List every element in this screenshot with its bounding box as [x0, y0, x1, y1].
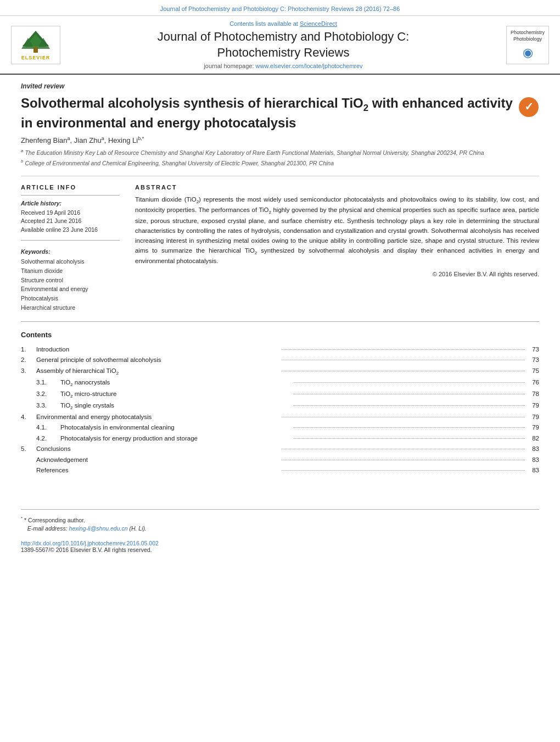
toc-item-1: 1. Introduction 73	[21, 344, 539, 355]
toc-item-ack: Acknowledgement 83	[21, 455, 539, 466]
keyword-1: Solvothermal alcoholysis	[21, 257, 120, 266]
toc-item-3-1: 3.1. TiO2 nanocrystals 76	[21, 377, 539, 389]
contents-title: Contents	[21, 331, 539, 339]
email-note: E-mail address: hexing-li@shnu.edu.cn (H…	[21, 525, 539, 533]
abstract-text: Titanium dioxide (TiO2) represents the m…	[135, 195, 539, 266]
toc-item-2: 2. General principle of solvothermal alc…	[21, 355, 539, 366]
toc-item-4: 4. Environmental and energy photocatalys…	[21, 412, 539, 423]
toc-item-4-1: 4.1. Photocatalysis in environmental cle…	[21, 422, 539, 433]
header-row: ELSEVIER Contents lists available at Sci…	[0, 16, 560, 75]
keywords-section: Keywords: Solvothermal alcoholysis Titan…	[21, 248, 120, 313]
email-link[interactable]: hexing-li@shnu.edu.cn	[69, 525, 128, 532]
elsevier-label: ELSEVIER	[21, 55, 51, 60]
toc-item-3-3: 3.3. TiO2 single crystals 79	[21, 400, 539, 412]
crossmark-icon: ✓	[518, 97, 539, 118]
available-date: Available online 23 June 2016	[21, 226, 120, 235]
toc-item-5: 5. Conclusions 83	[21, 444, 539, 455]
keyword-2: Titanium dioxide	[21, 266, 120, 276]
contents-section: Contents 1. Introduction 73 2. General p…	[21, 331, 539, 476]
paper-title-row: Solvothermal alcoholysis synthesis of hi…	[21, 94, 539, 131]
journal-thumb-icon: ◉	[523, 45, 533, 61]
issn-line: 1389-5567/© 2016 Elsevier B.V. All right…	[21, 546, 539, 553]
paper-title: Solvothermal alcoholysis synthesis of hi…	[21, 94, 513, 131]
two-col-section: ARTICLE INFO Article history: Received 1…	[21, 176, 539, 313]
article-info-heading: ARTICLE INFO	[21, 184, 120, 191]
keyword-5: Photocatalysis	[21, 294, 120, 303]
elsevier-logo: ELSEVIER	[11, 26, 60, 64]
affiliation-a: a The Education Ministry Key Lab of Reso…	[21, 148, 539, 157]
sciencedirect-text: Contents lists available at ScienceDirec…	[66, 20, 501, 27]
journal-header-bar: Journal of Photochemistry and Photobiolo…	[0, 0, 560, 16]
toc-item-ref: References 83	[21, 465, 539, 476]
accepted-date: Accepted 21 June 2016	[21, 217, 120, 226]
corresponding-note: * * Corresponding author.	[21, 515, 539, 525]
affiliation-b: b College of Environmental and Chemical …	[21, 158, 539, 167]
keywords-label: Keywords:	[21, 248, 120, 255]
doi-anchor[interactable]: http://dx.doi.org/10.1016/j.jphotochemre…	[21, 540, 159, 546]
abstract-col: ABSTRACT Titanium dioxide (TiO2) represe…	[135, 184, 539, 313]
received-date: Received 19 April 2016	[21, 209, 120, 217]
journal-header-link[interactable]: Journal of Photochemistry and Photobiolo…	[160, 5, 400, 12]
abstract-heading: ABSTRACT	[135, 184, 539, 191]
keyword-3: Structure control	[21, 276, 120, 285]
toc-item-3-2: 3.2. TiO2 micro-structure 78	[21, 389, 539, 400]
authors: Zhenfeng Biana, Jian Zhua, Hexing Lib,*	[21, 136, 539, 144]
toc-item-4-2: 4.2. Photocatalysis for energy productio…	[21, 433, 539, 444]
homepage-url[interactable]: www.elsevier.com/locate/jphotochemrev	[256, 63, 363, 69]
journal-title: Journal of Photochemistry and Photobiolo…	[66, 29, 501, 60]
page: Journal of Photochemistry and Photobiolo…	[0, 0, 560, 742]
footer-section: * * Corresponding author. E-mail address…	[21, 509, 539, 533]
keyword-4: Environmental and energy	[21, 284, 120, 294]
article-type: Invited review	[21, 82, 539, 90]
header-center: Contents lists available at ScienceDirec…	[66, 20, 501, 69]
journal-homepage: journal homepage: www.elsevier.com/locat…	[66, 63, 501, 69]
keyword-6: Hierarchical structure	[21, 303, 120, 313]
article-info-col: ARTICLE INFO Article history: Received 1…	[21, 184, 120, 313]
doi-link: http://dx.doi.org/10.1016/j.jphotochemre…	[21, 540, 539, 546]
journal-thumbnail: Photochemistry Photobiology ◉	[506, 26, 549, 64]
copyright: © 2016 Elsevier B.V. All rights reserved…	[135, 271, 539, 277]
content-area: Invited review Solvothermal alcoholysis …	[0, 75, 560, 564]
sciencedirect-link[interactable]: ScienceDirect	[300, 20, 337, 27]
toc-item-3: 3. Assembly of hierarchical TiO2 75	[21, 366, 539, 377]
elsevier-tree-icon	[17, 30, 54, 54]
history-label: Article history:	[21, 200, 120, 207]
doi-section: http://dx.doi.org/10.1016/j.jphotochemre…	[21, 540, 539, 553]
svg-text:✓: ✓	[524, 101, 534, 113]
divider-1	[21, 321, 539, 322]
